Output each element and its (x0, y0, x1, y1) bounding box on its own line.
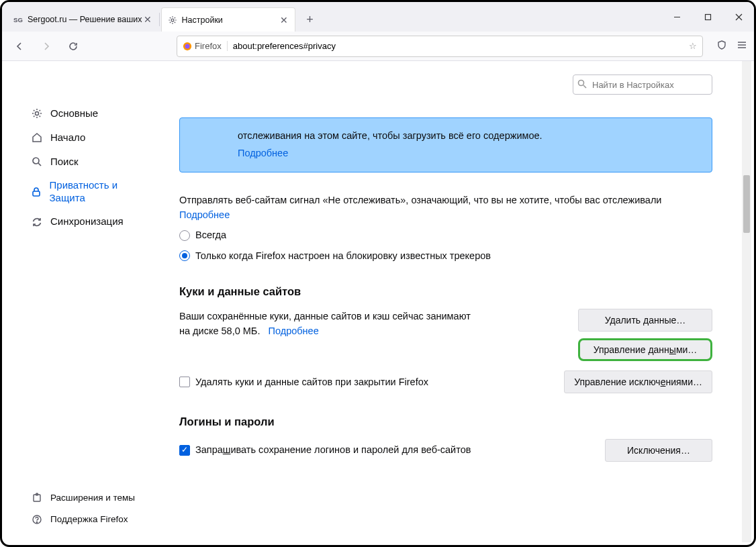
tab-title: Настройки (182, 15, 279, 25)
forward-button[interactable] (36, 36, 57, 57)
sidebar: Основные Начало Поиск Приватность и Защи… (2, 61, 163, 545)
close-icon[interactable]: ✕ (279, 15, 289, 26)
sidebar-extensions[interactable]: Расширения и темы (26, 487, 152, 509)
bookmark-star-icon[interactable]: ☆ (689, 41, 697, 51)
delete-on-close-checkbox[interactable]: Удалять куки и данные сайтов при закрыти… (179, 375, 428, 389)
sidebar-item-label: Приватность и Защита (50, 179, 148, 205)
cookies-desc: Ваши сохранённые куки, данные сайтов и к… (179, 309, 475, 339)
puzzle-icon (30, 491, 44, 505)
maximize-button[interactable] (692, 2, 723, 32)
search-icon (30, 155, 44, 168)
section-heading: Логины и пароли (179, 413, 712, 431)
checkbox-icon[interactable] (179, 377, 190, 387)
tab-title: Sergoot.ru — Решение ваших (28, 15, 142, 24)
tab-bar: SG Sergoot.ru — Решение ваших ✕ Настройк… (2, 2, 754, 32)
tab-active[interactable]: Настройки ✕ (161, 7, 295, 32)
sidebar-item-label: Расширения и темы (50, 493, 135, 504)
radio-icon[interactable] (179, 250, 190, 261)
reload-button[interactable] (62, 36, 84, 57)
cookies-section: Куки и данные сайтов Ваши сохранённые ку… (179, 283, 712, 393)
svg-point-18 (36, 521, 37, 522)
sidebar-item-home[interactable]: Начало (26, 126, 152, 150)
lock-icon (30, 185, 43, 199)
sidebar-item-label: Начало (50, 132, 85, 144)
section-heading: Куки и данные сайтов (179, 283, 712, 301)
scrollbar[interactable] (742, 61, 751, 542)
radio-always[interactable]: Всегда (179, 228, 712, 242)
info-banner: отслеживания на этом сайте, чтобы загруз… (179, 117, 712, 172)
svg-point-1 (171, 19, 174, 21)
radio-label: Только когда Firefox настроен на блокиро… (195, 248, 491, 263)
sidebar-item-sync[interactable]: Синхронизация (26, 210, 152, 234)
svg-point-19 (579, 81, 584, 86)
svg-point-7 (185, 44, 190, 48)
sidebar-item-search[interactable]: Поиск (26, 150, 152, 174)
radio-only-tracking[interactable]: Только когда Firefox настроен на блокиро… (179, 248, 712, 263)
dnt-section: Отправлять веб-сайтам сигнал «Не отслежи… (179, 193, 712, 264)
firefox-icon (183, 42, 192, 51)
svg-line-20 (583, 85, 586, 88)
svg-point-11 (35, 111, 38, 115)
svg-line-13 (38, 163, 41, 166)
sidebar-item-label: Поиск (50, 156, 79, 168)
sidebar-item-label: Основные (50, 107, 98, 120)
tab-inactive[interactable]: SG Sergoot.ru — Решение ваших ✕ (7, 7, 158, 32)
learn-more-link[interactable]: Подробнее (269, 326, 319, 336)
checkbox-icon[interactable]: ✓ (179, 445, 190, 456)
close-icon[interactable]: ✕ (142, 14, 153, 25)
exceptions-button[interactable]: Исключения… (605, 439, 712, 462)
content-area: Основные Начало Поиск Приватность и Защи… (2, 61, 754, 545)
scrollbar-thumb[interactable] (743, 175, 750, 233)
sidebar-support[interactable]: Поддержка Firefox (26, 509, 152, 530)
svg-text:SG: SG (13, 16, 23, 23)
shield-icon[interactable] (716, 40, 727, 53)
back-button[interactable] (9, 36, 30, 57)
learn-more-link[interactable]: Подробнее (238, 146, 288, 161)
sidebar-item-privacy[interactable]: Приватность и Защита (26, 174, 152, 210)
svg-rect-14 (33, 191, 40, 196)
logins-section: Логины и пароли ✓ Запрашивать сохранение… (179, 413, 712, 462)
svg-point-12 (33, 158, 39, 164)
sidebar-item-label: Поддержка Firefox (50, 514, 128, 526)
gear-icon (167, 15, 178, 26)
help-icon (30, 513, 44, 526)
radio-icon[interactable] (179, 230, 190, 241)
sidebar-item-general[interactable]: Основные (26, 101, 152, 126)
clear-data-button[interactable]: Удалить данные… (578, 309, 712, 332)
home-icon (30, 131, 44, 144)
info-text: отслеживания на этом сайте, чтобы загруз… (238, 130, 542, 141)
sidebar-item-label: Синхронизация (50, 215, 124, 228)
sync-icon (30, 215, 44, 229)
menu-icon[interactable] (737, 40, 747, 53)
radio-label: Всегда (195, 228, 226, 242)
checkbox-label: Удалять куки и данные сайтов при закрыти… (195, 375, 428, 389)
toolbar-right-icons (716, 40, 747, 53)
url-bar[interactable]: Firefox about:preferences#privacy ☆ (177, 36, 703, 57)
learn-more-link[interactable]: Подробнее (179, 209, 230, 220)
search-input[interactable] (573, 74, 712, 95)
url-text: about:preferences#privacy (233, 41, 336, 51)
gear-icon (30, 107, 44, 120)
identity-box[interactable]: Firefox (183, 41, 228, 51)
main-panel: отслеживания на этом сайте, чтобы загруз… (163, 61, 754, 545)
new-tab-button[interactable]: + (301, 10, 320, 29)
identity-label: Firefox (195, 41, 222, 51)
checkbox-label: Запрашивать сохранение логинов и паролей… (195, 442, 471, 457)
dnt-description: Отправлять веб-сайтам сигнал «Не отслежи… (179, 193, 712, 207)
window-controls (661, 2, 754, 32)
close-button[interactable] (723, 2, 754, 32)
manage-data-button[interactable]: Управление данными… (578, 338, 712, 361)
settings-search (573, 74, 712, 95)
save-logins-checkbox[interactable]: ✓ Запрашивать сохранение логинов и парол… (179, 442, 471, 457)
manage-exceptions-button[interactable]: Управление исключениями… (564, 370, 712, 393)
site-favicon: SG (13, 14, 23, 25)
svg-rect-3 (705, 14, 710, 19)
search-icon (577, 79, 587, 89)
toolbar: Firefox about:preferences#privacy ☆ (2, 32, 754, 61)
minimize-button[interactable] (661, 2, 692, 32)
